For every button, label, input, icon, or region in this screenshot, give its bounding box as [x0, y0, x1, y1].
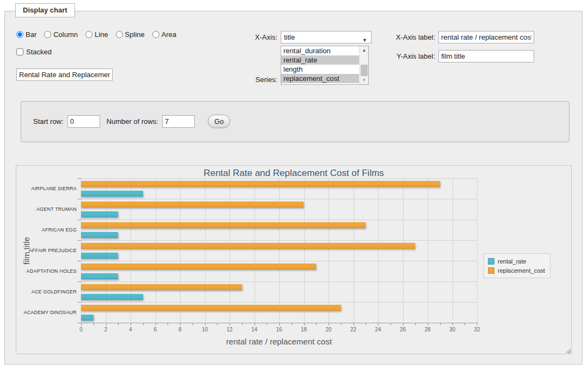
bar-rental_rate — [81, 232, 118, 238]
num-rows-input[interactable] — [162, 115, 195, 128]
x-axis-tick — [304, 323, 305, 325]
y-axis-tick — [78, 220, 81, 220]
chart-title-input[interactable] — [16, 68, 113, 81]
gridline — [477, 178, 478, 323]
scroll-up-icon[interactable]: ▲ — [360, 46, 369, 54]
gridline — [304, 178, 305, 323]
bar-rental_rate — [81, 315, 94, 321]
x-axis-tick-label: 12 — [221, 327, 238, 333]
bar-replacement_cost — [81, 284, 242, 290]
chart-type-radio-line[interactable] — [85, 31, 92, 38]
x-axis-tick — [94, 323, 94, 325]
y-axis-tick — [78, 261, 81, 261]
category-label: ACE GOLDFINGER — [16, 289, 77, 295]
chart-type-radios: BarColumnLineSplineArea — [16, 30, 184, 39]
x-axis-tick-label: 28 — [419, 327, 436, 333]
x-axis-tick — [354, 323, 354, 325]
gridline — [428, 178, 428, 323]
x-axis-select-label: X-Axis: — [234, 33, 277, 41]
x-axis-tick — [316, 323, 317, 325]
gridline — [453, 178, 453, 323]
series-select-label: Series: — [234, 76, 277, 84]
legend-item-replacement_cost[interactable]: replacement_cost — [488, 266, 545, 275]
legend-item-rental_rate[interactable]: rental_rate — [488, 256, 545, 266]
go-button[interactable]: Go — [208, 115, 230, 128]
chart-type-radio-area[interactable] — [152, 31, 159, 38]
x-axis-tick — [205, 323, 206, 325]
stacked-option[interactable]: Stacked — [16, 48, 52, 56]
x-axis-tick — [81, 323, 82, 325]
y-axis-label-input[interactable] — [438, 50, 534, 62]
legend-swatch — [488, 267, 494, 274]
x-axis-tick-label: 22 — [345, 327, 362, 333]
gridline — [378, 178, 379, 323]
chart-type-option-spline[interactable]: Spline — [116, 30, 145, 39]
category-label: AIRPLANE SIERRA — [16, 185, 77, 192]
num-rows-label: Number of rows: — [107, 117, 158, 126]
category-label: ACADEMY DINOSAUR — [16, 309, 77, 316]
x-axis-selected-value: title — [284, 33, 295, 41]
x-axis-tick — [403, 323, 404, 325]
chart-type-option-column[interactable]: Column — [44, 30, 78, 39]
stacked-label: Stacked — [26, 48, 52, 56]
scrollbar-thumb[interactable] — [361, 65, 368, 76]
x-axis-label-input[interactable] — [438, 31, 534, 43]
chart-type-radio-spline[interactable] — [116, 31, 123, 38]
chart-type-label: Bar — [26, 30, 36, 39]
legend-label: rental_rate — [498, 258, 527, 265]
chart-type-label: Spline — [125, 30, 145, 39]
chart-title: Rental Rate and Replacement Cost of Film… — [16, 168, 571, 179]
x-axis-tick-label: 16 — [271, 327, 287, 333]
gridline — [81, 240, 477, 241]
x-axis-tick — [428, 323, 428, 325]
gridline — [81, 199, 477, 199]
x-axis-tick — [292, 323, 292, 325]
start-row-label: Start row: — [33, 117, 64, 126]
series-listbox[interactable]: rental_durationrental_ratelengthreplacem… — [281, 46, 369, 85]
gridline — [354, 178, 354, 323]
x-axis-tick — [477, 323, 478, 325]
chart-type-option-line[interactable]: Line — [85, 30, 108, 39]
listbox-scrollbar[interactable]: ▲ ▼ — [359, 46, 368, 84]
x-axis-tick-label: 2 — [98, 327, 114, 333]
bar-replacement_cost — [81, 222, 366, 228]
x-axis-tick — [242, 323, 243, 325]
x-axis-tick-label: 0 — [73, 327, 89, 333]
series-option-length[interactable]: length — [281, 65, 359, 74]
chart-type-radio-bar[interactable] — [16, 31, 23, 38]
bar-replacement_cost — [81, 305, 341, 311]
series-option-replacement_cost[interactable]: replacement_cost — [281, 74, 359, 83]
bar-rental_rate — [81, 253, 118, 259]
gridline — [279, 178, 280, 323]
x-axis-tick-label: 6 — [147, 327, 164, 333]
chart-type-option-area[interactable]: Area — [152, 30, 176, 39]
start-row-input[interactable] — [67, 115, 100, 128]
gridline — [81, 220, 477, 220]
x-axis-tick — [453, 323, 453, 325]
x-axis-tick — [193, 323, 193, 325]
x-axis-select[interactable]: title ▼ — [281, 31, 372, 43]
gridline — [81, 302, 477, 303]
x-axis-tick-label: 20 — [320, 327, 337, 333]
gridline — [81, 281, 477, 282]
y-axis-title: film title — [22, 224, 31, 278]
x-axis-tick — [230, 323, 230, 325]
x-axis-tick-label: 10 — [197, 327, 213, 333]
x-axis-tick — [168, 323, 168, 325]
category-label: AGENT TRUMAN — [16, 206, 77, 212]
rows-panel: Start row: Number of rows: Go — [21, 101, 570, 142]
chart-type-radio-column[interactable] — [44, 31, 51, 38]
y-axis-tick — [78, 240, 81, 241]
x-axis-tick — [156, 323, 156, 325]
resize-grip-icon[interactable] — [565, 348, 571, 353]
stacked-checkbox[interactable] — [16, 48, 23, 55]
series-option-rental_rate[interactable]: rental_rate — [281, 55, 359, 65]
y-axis-label-label: Y-Axis label: — [381, 52, 435, 60]
chart-type-option-bar[interactable]: Bar — [16, 30, 36, 39]
scroll-down-icon[interactable]: ▼ — [360, 76, 369, 84]
bar-rental_rate — [81, 191, 143, 197]
series-option-rental_duration[interactable]: rental_duration — [281, 46, 359, 55]
bar-replacement_cost — [81, 202, 304, 208]
x-axis-label-label: X-Axis label: — [381, 33, 435, 41]
x-axis-tick-label: 18 — [296, 327, 312, 333]
